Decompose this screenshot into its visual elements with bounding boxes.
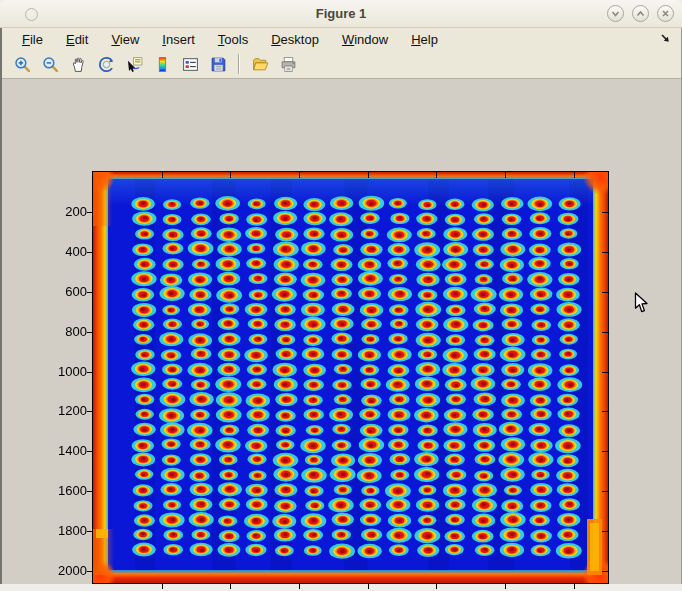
- rotate-3d-button[interactable]: [94, 52, 118, 76]
- menu-item-view[interactable]: View: [103, 30, 147, 49]
- y-tick-label: 600: [35, 284, 87, 299]
- figure-window: Figure 1 FileEditViewInsertToolsDeskt: [0, 0, 682, 591]
- y-tick-label: 1000: [35, 364, 87, 379]
- x-tick-top: [299, 172, 300, 178]
- zoom-out-button[interactable]: [38, 52, 62, 76]
- window-title: Figure 1: [0, 6, 682, 21]
- open-folder-icon: [252, 56, 269, 73]
- insert-colorbar-button[interactable]: [150, 52, 174, 76]
- x-tick-top: [368, 172, 369, 178]
- menu-item-file[interactable]: File: [14, 30, 51, 49]
- x-tick: [574, 584, 575, 589]
- y-tick-label: 400: [35, 244, 87, 259]
- menu-overflow-arrow-icon[interactable]: [660, 33, 671, 44]
- chevron-up-icon: [635, 8, 646, 19]
- menu-item-tools[interactable]: Tools: [210, 30, 256, 49]
- menu-item-edit[interactable]: Edit: [58, 30, 96, 49]
- y-tick-right: [602, 531, 608, 532]
- zoom-out-icon: [42, 56, 59, 73]
- y-tick: [87, 372, 92, 373]
- menu-item-window[interactable]: Window: [334, 30, 396, 49]
- mouse-cursor: [634, 292, 649, 314]
- y-tick: [87, 491, 92, 492]
- x-tick-top: [436, 172, 437, 178]
- y-tick-label: 1400: [35, 443, 87, 458]
- y-tick: [87, 292, 92, 293]
- x-tick-top: [162, 172, 163, 178]
- y-tick: [87, 252, 92, 253]
- y-tick-right: [602, 411, 608, 412]
- x-tick: [299, 584, 300, 589]
- chevron-down-icon: [610, 8, 621, 19]
- y-tick: [87, 571, 92, 572]
- y-tick-label: 1600: [35, 483, 87, 498]
- y-tick-right: [602, 332, 608, 333]
- window-body: FileEditViewInsertToolsDesktopWindowHelp: [0, 28, 682, 584]
- y-tick-right: [602, 212, 608, 213]
- y-tick-right: [602, 571, 608, 572]
- y-tick: [87, 212, 92, 213]
- x-tick-top: [574, 172, 575, 178]
- title-bar: Figure 1: [0, 0, 682, 28]
- zoom-in-icon: [14, 56, 31, 73]
- x-tick: [436, 584, 437, 589]
- data-cursor-button[interactable]: [122, 52, 146, 76]
- save-icon: [210, 56, 227, 73]
- y-tick-right: [602, 372, 608, 373]
- menu-item-desktop[interactable]: Desktop: [263, 30, 327, 49]
- insert-legend-button[interactable]: [178, 52, 202, 76]
- x-tick: [505, 584, 506, 589]
- x-tick: [230, 584, 231, 589]
- y-tick-right: [602, 451, 608, 452]
- y-tick-right: [602, 252, 608, 253]
- data-cursor-icon: [126, 56, 143, 73]
- printer-icon: [280, 56, 297, 73]
- y-tick-right: [602, 292, 608, 293]
- x-tick-top: [505, 172, 506, 178]
- menu-bar: FileEditViewInsertToolsDesktopWindowHelp: [2, 28, 681, 50]
- y-tick-label: 800: [35, 324, 87, 339]
- pan-button[interactable]: [66, 52, 90, 76]
- plot-area: [92, 171, 609, 584]
- open-file-button[interactable]: [248, 52, 272, 76]
- zoom-in-button[interactable]: [10, 52, 34, 76]
- y-tick: [87, 332, 92, 333]
- y-tick-label: 1200: [35, 403, 87, 418]
- print-figure-button[interactable]: [276, 52, 300, 76]
- menu-item-insert[interactable]: Insert: [154, 30, 203, 49]
- figure-canvas-area: 2004006008001000120014002004006008001000…: [2, 80, 681, 584]
- y-tick-right: [602, 491, 608, 492]
- heatmap-image: [93, 172, 608, 583]
- y-tick-label: 1800: [35, 523, 87, 538]
- figure-toolbar: [2, 50, 681, 79]
- hand-icon: [70, 56, 87, 73]
- y-tick: [87, 531, 92, 532]
- y-tick-label: 2000: [35, 563, 87, 578]
- rotate-3d-icon: [98, 56, 115, 73]
- x-tick: [162, 584, 163, 589]
- minimize-button[interactable]: [607, 5, 624, 22]
- legend-icon: [182, 56, 199, 73]
- menu-item-help[interactable]: Help: [403, 30, 446, 49]
- x-tick-top: [230, 172, 231, 178]
- y-tick-label: 200: [35, 204, 87, 219]
- y-tick: [87, 451, 92, 452]
- maximize-button[interactable]: [632, 5, 649, 22]
- y-tick: [87, 411, 92, 412]
- save-figure-button[interactable]: [206, 52, 230, 76]
- toolbar-separator: [238, 54, 240, 74]
- colorbar-icon: [154, 56, 171, 73]
- x-tick: [368, 584, 369, 589]
- close-icon: [660, 8, 671, 19]
- close-button[interactable]: [657, 5, 674, 22]
